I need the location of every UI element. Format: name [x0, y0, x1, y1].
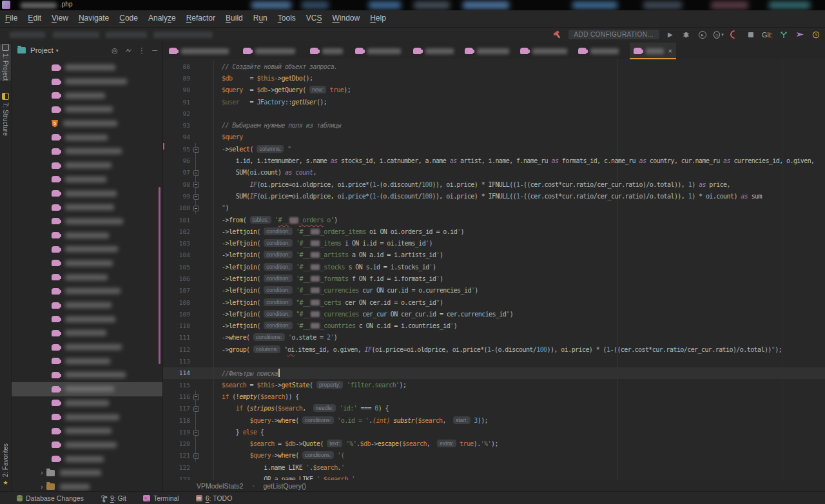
tree-row[interactable] [12, 257, 162, 271]
run-with-coverage-icon[interactable]: ▶ [697, 30, 708, 40]
code-line[interactable]: 115$search = $this->getState( property: … [163, 379, 825, 391]
code-line[interactable]: 116if (!empty($search)) { [163, 391, 825, 402]
profiler-icon[interactable]: ◷▾ [713, 30, 724, 40]
code-line[interactable]: 109->leftjoin( condition: "#___currencie… [163, 308, 825, 320]
code-line[interactable]: 120 $search = $db->Quote( text: '%'.$db-… [163, 438, 825, 450]
code-line[interactable]: 90$query = $db->getQuery( new: true); [163, 84, 825, 96]
tree-row[interactable] [12, 186, 162, 200]
code-line[interactable]: 121 $query->where( conditions: '( [163, 450, 825, 461]
menu-item-view[interactable]: View [46, 10, 73, 26]
menu-item-window[interactable]: Window [327, 10, 365, 26]
menu-item-edit[interactable]: Edit [23, 10, 46, 26]
code-line[interactable]: 101->from( tables: '#___orders o') [163, 214, 825, 226]
menu-item-navigate[interactable]: Navigate [73, 10, 114, 26]
code-line[interactable]: 111->where( conditions: 'o.state = 2') [163, 332, 825, 344]
code-line[interactable]: 98 IF(oi.price=oi.oldprice, oi.price*(1-… [163, 179, 825, 190]
tree-row[interactable] [12, 173, 162, 187]
project-panel-title[interactable]: Project [30, 46, 53, 54]
menu-item-code[interactable]: Code [114, 10, 143, 26]
tool-window-button----todo[interactable]: 6: TODO [196, 494, 233, 502]
tool-window-button-database-changes[interactable]: Database Changes [17, 494, 84, 502]
code-line[interactable]: 91$user = JFactory::getUser(); [163, 96, 825, 108]
breadcrumb-item[interactable]: VPModelStats2 [197, 482, 243, 490]
editor-tab[interactable] [165, 43, 237, 59]
code-line[interactable]: 100") [163, 202, 825, 214]
run-icon[interactable]: ▶ [665, 30, 675, 40]
tool-window-button----git[interactable]: 9: Git [101, 494, 126, 502]
tree-row[interactable] [12, 396, 162, 411]
code-line[interactable]: 114//Фильтры поиска [163, 367, 825, 379]
code-line[interactable]: 104->leftjoin( condition: '#___artists a… [163, 249, 825, 261]
debug-icon[interactable] [681, 30, 692, 40]
fold-marker-icon[interactable] [193, 406, 199, 412]
tree-row[interactable] [12, 270, 162, 284]
code-line[interactable]: 97 SUM(oi.count) as count, [163, 167, 825, 179]
fold-marker-icon[interactable] [193, 394, 199, 400]
tree-row[interactable]: › [12, 466, 162, 480]
project-scrollbar[interactable] [159, 187, 160, 364]
hide-panel-icon[interactable]: ─ [152, 46, 157, 54]
stop-icon[interactable] [746, 30, 756, 40]
close-icon[interactable]: × [668, 47, 672, 55]
editor-tab[interactable] [516, 43, 576, 59]
code-line[interactable]: 107->leftjoin( condition: '#___currencie… [163, 285, 825, 296]
chevron-right-icon[interactable]: › [37, 469, 46, 476]
code-line[interactable]: 113 [163, 355, 825, 367]
code-line[interactable]: 102->leftjoin( condition: '#___orders_it… [163, 226, 825, 237]
tree-row[interactable] [12, 228, 162, 242]
chevron-right-icon[interactable]: › [37, 483, 46, 490]
tree-row[interactable] [12, 200, 162, 215]
code-line[interactable]: 92 [163, 108, 825, 119]
fold-marker-icon[interactable] [193, 147, 199, 153]
code-line[interactable]: 105->leftjoin( condition: '#___stocks s … [163, 261, 825, 273]
menu-item-refactor[interactable]: Refactor [181, 10, 220, 26]
code-line[interactable]: 118 $query->where( conditions: 'o.id = '… [163, 414, 825, 426]
code-line[interactable]: 117 if (stripos($search, needle: 'id:' =… [163, 403, 825, 414]
history-icon[interactable] [811, 30, 821, 40]
more-options-icon[interactable]: ⋮ [138, 46, 145, 55]
tree-row[interactable] [12, 159, 162, 173]
breadcrumb-item[interactable]: getListQuery() [263, 482, 306, 490]
tree-row[interactable] [12, 130, 162, 144]
tree-row[interactable] [12, 382, 162, 396]
vcs-update-icon[interactable] [779, 30, 789, 40]
editor-tab[interactable] [409, 43, 462, 59]
vcs-push-icon[interactable] [795, 30, 805, 40]
tree-row[interactable] [12, 340, 162, 354]
tree-row[interactable]: › [12, 480, 162, 491]
fold-marker-icon[interactable] [193, 194, 199, 200]
menu-item-help[interactable]: Help [365, 10, 391, 26]
tree-row[interactable] [12, 410, 162, 424]
add-configuration-button[interactable]: ADD CONFIGURATION... [568, 30, 659, 39]
fold-marker-icon[interactable] [193, 182, 199, 188]
code-editor[interactable]: 88// Создайте новый объект запроса.89$db… [163, 59, 825, 480]
code-line[interactable]: 103->leftjoin( condition: '#___items i O… [163, 237, 825, 249]
tree-row[interactable] [12, 284, 162, 298]
tree-row[interactable] [12, 298, 162, 313]
code-line[interactable]: 112->group( columns: "oi.items_id, o.giv… [163, 344, 825, 355]
tree-row[interactable] [12, 102, 162, 117]
tree-row[interactable] [12, 368, 162, 382]
code-line[interactable]: 108->leftjoin( condition: "#___certs cer… [163, 296, 825, 308]
code-line[interactable]: 93// Выбираем нужные поля из таблицы [163, 119, 825, 131]
fold-marker-icon[interactable] [193, 206, 199, 211]
editor-tab-active[interactable]: × [630, 43, 676, 59]
tree-row[interactable] [12, 75, 162, 89]
tree-row[interactable] [12, 88, 162, 102]
code-line[interactable]: 89$db = $this->getDbo(); [163, 72, 825, 84]
chevron-down-icon[interactable]: ▾ [56, 48, 59, 53]
menu-item-file[interactable]: File [0, 10, 23, 26]
code-line[interactable]: 119 } else { [163, 426, 825, 438]
attach-debugger-phone-icon[interactable] [730, 30, 740, 40]
menu-item-analyze[interactable]: Analyze [143, 10, 181, 26]
fold-marker-icon[interactable] [193, 170, 199, 176]
code-line[interactable]: 123 OR a.name LIKE '.$search.' [163, 473, 825, 480]
code-line[interactable]: 96 i.id, i.itemnumber, s.name as stocks_… [163, 155, 825, 166]
tree-row[interactable] [12, 61, 162, 75]
tree-row[interactable] [12, 144, 162, 159]
stripe-button-project[interactable]: 1: Project [0, 44, 11, 81]
code-line[interactable]: 106->leftjoin( condition: '#___formats f… [163, 273, 825, 284]
tree-row[interactable] [12, 326, 162, 340]
tool-window-button-terminal[interactable]: >_Terminal [143, 494, 179, 502]
stripe-button-favorites[interactable]: 2: Favorites★ [0, 443, 11, 486]
